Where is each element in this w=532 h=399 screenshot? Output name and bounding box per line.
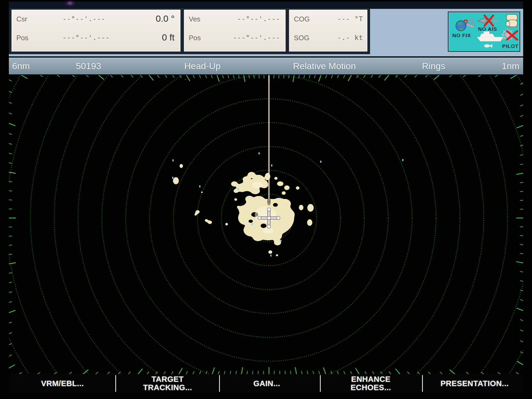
scanner-code: 50193 [76,61,101,71]
no-ais-icon [476,14,500,27]
ves-pos-value: ---°--'.--- [233,34,280,42]
vessel-position-panel: Ves --°--'.--- Pos ---°--'.--- [183,9,286,52]
menu-divider [320,375,321,392]
menu-divider [422,375,423,392]
range-value[interactable]: 6nm [12,61,30,71]
menu-divider [219,375,220,392]
ves-value: --°--'.--- [237,15,280,23]
cog-value: --- °T [337,15,363,23]
cog-label: COG [294,15,310,23]
csr-bearing-value: 0.0 ° [156,13,175,24]
radar-plot [9,75,523,374]
course-speed-panel: COG --- °T SOG -.- kt [288,9,368,52]
ves-pos-label: Pos [189,34,201,42]
svg-text:?: ? [463,17,469,28]
radar-echoes [131,75,314,257]
orientation-mode[interactable]: Head-Up [184,61,221,71]
pilot-label: PILOT [502,43,519,49]
ves-label: Ves [189,15,200,23]
alarm-icon-panel: ? NO FIX [448,12,520,52]
radar-status-bar: 6nm 50193 Head-Up Relative Motion Rings … [9,56,523,76]
screen-area: Csr --°--'.--- 0.0 ° Pos ---°--'.--- 0 f… [9,2,523,393]
menu-enhance-echoes[interactable]: ENHANCE ECHOES... [350,374,391,393]
top-dark-band [9,2,523,9]
menu-presentation[interactable]: PRESENTATION... [441,374,509,393]
pos-value: ---°--'.--- [62,34,110,42]
menu-vrm-ebl[interactable]: VRM/EBL... [41,374,84,393]
no-fix-icon: ? [454,17,475,33]
csr-value: --°--'.--- [62,15,106,23]
cursor-position-panel: Csr --°--'.--- 0.0 ° Pos ---°--'.--- 0 f… [11,9,181,52]
pos-label: Pos [16,34,28,42]
sog-label: SOG [294,34,309,42]
csr-label: Csr [16,15,27,23]
menu-gain[interactable]: GAIN... [253,374,280,393]
radar-ppi-area[interactable] [9,75,523,374]
menu-divider [115,375,116,392]
radar-display: Csr --°--'.--- 0.0 ° Pos ---°--'.--- 0 f… [0,0,532,399]
sog-value: -.- kt [337,34,363,42]
motion-mode[interactable]: Relative Motion [293,61,356,71]
soft-key-menu: VRM/EBL... TARGET TRACKING... GAIN... EN… [9,374,523,393]
no-fix-label: NO FIX [452,33,471,39]
menu-target-tracking[interactable]: TARGET TRACKING... [143,374,192,393]
camera-glare [64,0,76,6]
rings-label: Rings [422,61,445,71]
top-data-bar: Csr --°--'.--- 0.0 ° Pos ---°--'.--- 0 f… [9,2,523,56]
pos-depth-value: 0 ft [162,32,175,43]
fish-icon [483,43,493,48]
rings-interval: 1nm [502,61,519,71]
pilot-wheel-icon [500,26,519,44]
